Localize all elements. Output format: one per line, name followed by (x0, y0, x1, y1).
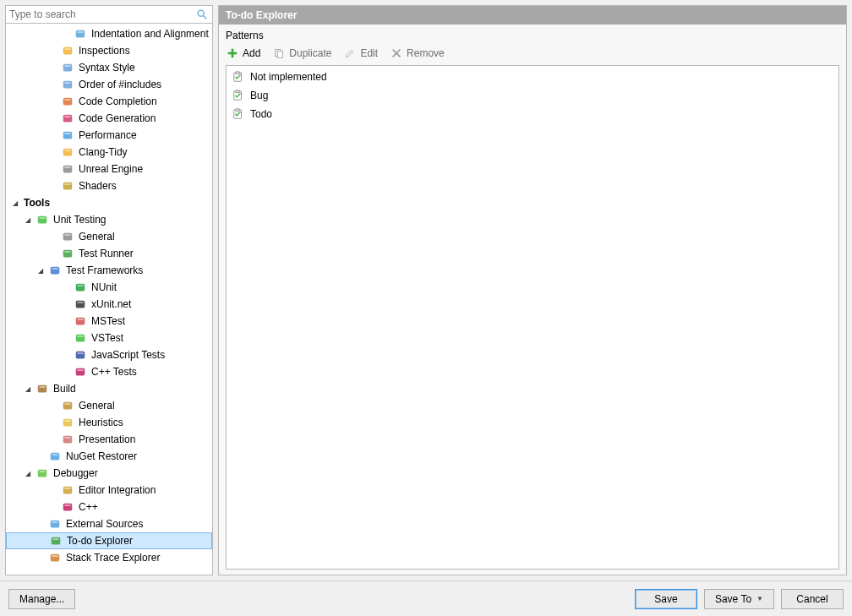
tree-item[interactable]: NuGet Restorer (6, 448, 212, 465)
svg-point-0 (198, 10, 204, 16)
tree-item-label: NUnit (90, 281, 117, 293)
svg-rect-51 (52, 454, 58, 455)
pattern-icon (232, 70, 245, 84)
settings-tree-scroll[interactable]: Indentation and AlignmentInspectionsSynt… (6, 24, 212, 575)
tree-item[interactable]: Indentation and Alignment (6, 25, 212, 42)
tree-item[interactable]: Order of #includes (6, 76, 212, 93)
tree-item[interactable]: Editor Integration (6, 482, 212, 499)
tree-item-label: Performance (78, 129, 137, 141)
tree-item[interactable]: ◢Unit Testing (6, 211, 212, 228)
tree-item[interactable]: ◢Test Frameworks (6, 262, 212, 279)
tree-item[interactable]: Clang-Tidy (6, 144, 212, 161)
remove-button[interactable]: Remove (390, 46, 445, 60)
patterns-list[interactable]: Not implementedBugTodo (226, 65, 839, 570)
tree-item[interactable]: General (6, 397, 212, 414)
tree-item-icon (48, 517, 62, 531)
tree-item-icon (61, 78, 74, 91)
tree-item-icon (74, 348, 87, 362)
tree-expander-spacer (49, 486, 57, 494)
tree-item-label: MSTest (90, 315, 125, 327)
tree-item-label: Debugger (52, 467, 98, 479)
tree-item[interactable]: Syntax Style (6, 59, 212, 76)
tree-item[interactable]: External Sources (6, 515, 212, 532)
pattern-item[interactable]: Not implemented (228, 68, 837, 86)
tree-item[interactable]: Presentation (6, 431, 212, 448)
svg-rect-43 (40, 386, 46, 387)
tree-expander-icon[interactable]: ◢ (24, 469, 32, 477)
tree-item[interactable]: To-do Explorer (6, 532, 212, 549)
tree-item-label: To-do Explorer (66, 535, 133, 547)
remove-icon (390, 46, 403, 60)
svg-line-1 (204, 16, 207, 19)
tree-item-label: Build (52, 383, 76, 395)
tree-item-icon (74, 27, 87, 41)
save-to-label: Save To (715, 593, 751, 605)
svg-rect-73 (236, 90, 240, 93)
svg-rect-9 (65, 82, 71, 83)
svg-rect-38 (76, 352, 85, 359)
tree-item-label: C++ (78, 501, 98, 513)
tree-item-label: Code Generation (78, 112, 156, 124)
svg-rect-30 (76, 284, 85, 292)
svg-rect-65 (228, 52, 238, 55)
tree-item[interactable]: Test Runner (6, 245, 212, 262)
svg-rect-33 (78, 302, 84, 303)
tree-item[interactable]: Code Generation (6, 110, 212, 127)
tree-item-icon (61, 128, 74, 142)
manage-button[interactable]: Manage... (8, 589, 75, 609)
save-to-button[interactable]: Save To ▼ (704, 589, 774, 609)
save-button[interactable]: Save (635, 589, 697, 609)
pattern-item[interactable]: Bug (228, 86, 837, 105)
add-button[interactable]: Add (226, 46, 260, 60)
tree-item-label: Order of #includes (78, 79, 161, 90)
tree-expander-icon[interactable]: ◢ (36, 266, 45, 275)
svg-rect-59 (52, 521, 58, 522)
tree-item[interactable]: C++ Tests (6, 363, 212, 380)
svg-rect-26 (63, 250, 73, 258)
tree-item[interactable]: VSTest (6, 330, 212, 346)
search-input[interactable] (9, 8, 195, 20)
tree-item[interactable]: ◢Debugger (6, 465, 212, 482)
tree-item[interactable]: General (6, 228, 212, 245)
svg-rect-14 (63, 132, 73, 139)
tree-item[interactable]: Unreal Engine (6, 161, 212, 177)
tree-item[interactable]: Code Completion (6, 93, 212, 110)
tree-item-label: Tools (23, 197, 50, 209)
tree-item[interactable]: Shaders (6, 177, 212, 194)
tree-item[interactable]: JavaScript Tests (6, 346, 212, 363)
tree-item-label: Stack Trace Explorer (65, 552, 160, 564)
search-icon[interactable] (195, 8, 209, 21)
search-box[interactable] (5, 5, 213, 24)
tree-expander-icon[interactable]: ◢ (11, 199, 19, 207)
tree-item-label: NuGet Restorer (65, 450, 137, 462)
svg-rect-44 (63, 402, 73, 410)
svg-rect-46 (63, 419, 73, 427)
tree-item-label: Indentation and Alignment (90, 28, 209, 40)
tree-item[interactable]: ◢Tools (6, 194, 212, 211)
edit-button[interactable]: Edit (343, 46, 378, 60)
svg-rect-2 (76, 30, 85, 38)
tree-item[interactable]: Performance (6, 127, 212, 144)
tree-expander-spacer (49, 148, 57, 156)
tree-item-icon (48, 450, 62, 463)
tree-expander-spacer (36, 553, 45, 562)
tree-item[interactable]: xUnit.net (6, 296, 212, 313)
tree-item[interactable]: ◢Build (6, 380, 212, 397)
svg-rect-5 (65, 48, 71, 49)
tree-item[interactable]: MSTest (6, 313, 212, 330)
tree-expander-icon[interactable]: ◢ (24, 215, 32, 224)
tree-item-label: Unit Testing (52, 214, 106, 226)
tree-item-label: C++ Tests (90, 366, 137, 378)
tree-item-label: Syntax Style (78, 62, 135, 74)
tree-item[interactable]: C++ (6, 499, 212, 515)
tree-item[interactable]: Heuristics (6, 414, 212, 431)
cancel-button[interactable]: Cancel (781, 589, 844, 609)
tree-expander-icon[interactable]: ◢ (24, 384, 32, 393)
tree-item[interactable]: NUnit (6, 279, 212, 296)
tree-item[interactable]: Stack Trace Explorer (6, 549, 212, 566)
tree-expander-spacer (62, 351, 70, 359)
tree-item[interactable]: Inspections (6, 42, 212, 59)
pencil-icon (343, 46, 357, 60)
pattern-item[interactable]: Todo (228, 105, 837, 123)
duplicate-button[interactable]: Duplicate (272, 46, 331, 60)
